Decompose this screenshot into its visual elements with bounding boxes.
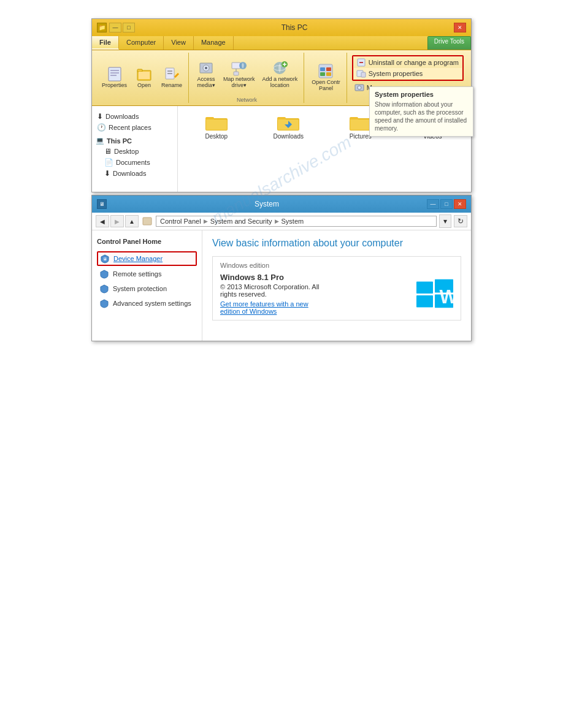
downloads-nav-icon: ⬇ [97, 112, 103, 121]
get-more-features-link[interactable]: Get more features with a new edition of … [220, 300, 407, 315]
downloads-tree-icon: ⬇ [104, 169, 110, 178]
refresh-button[interactable]: ↻ [454, 215, 467, 227]
svg-text:🖥: 🖥 [103, 257, 107, 261]
documents-nav-icon: 📄 [104, 158, 113, 167]
edition-content: Windows 8.1 Pro © 2013 Microsoft Corpora… [220, 273, 453, 315]
rename-label: Rename [161, 83, 182, 89]
remote-settings-nav-item[interactable]: Remote settings [97, 267, 197, 281]
svg-rect-13 [232, 63, 240, 69]
drive-tools-tab[interactable]: Drive Tools [427, 36, 471, 50]
system-window-title: System [107, 200, 427, 208]
remote-settings-label: Remote settings [113, 270, 161, 278]
network-items: Open Contr Panel [309, 53, 343, 102]
svg-point-12 [205, 67, 207, 69]
svg-rect-3 [110, 75, 117, 76]
svg-rect-43 [350, 119, 371, 130]
back-button[interactable]: ◀ [96, 215, 109, 227]
system-window-icon: 🖥 [97, 199, 107, 209]
address-bar: ◀ ▶ ▲ Control Panel ▶ System and Securit… [92, 213, 471, 230]
system-close-btn[interactable]: ✕ [454, 199, 466, 209]
forward-button[interactable]: ▶ [110, 215, 124, 227]
system-content: Control Panel Home 🖥 Device Manager [92, 230, 471, 341]
path-system: System [282, 218, 304, 225]
ribbon-item-rename[interactable]: Rename [159, 64, 185, 90]
ribbon-group-properties: Properties Open [96, 53, 189, 103]
nav-item-recent-places[interactable]: 🕐 Recent places [92, 122, 177, 133]
ribbon-item-map-network[interactable]: Map network drive▾ [221, 58, 258, 90]
advanced-settings-icon [99, 298, 109, 308]
location-items: Access media▾ [194, 53, 300, 96]
ribbon-group-system: Uninstall or change a program [348, 53, 467, 103]
path-control-panel: Control Panel [160, 218, 201, 225]
nav-item-documents[interactable]: 📄 Documents [92, 157, 177, 168]
svg-rect-5 [137, 69, 142, 72]
up-button[interactable]: ▲ [125, 215, 139, 227]
ribbon-item-access-media[interactable]: Access media▾ [194, 58, 218, 90]
edition-info: Windows 8.1 Pro © 2013 Microsoft Corpora… [220, 273, 407, 315]
tab-view[interactable]: View [164, 36, 194, 50]
minimize-button[interactable]: — [109, 23, 121, 32]
explorer-app-icon: 📁 [97, 23, 107, 32]
advanced-settings-nav-item[interactable]: Advanced system settings [97, 297, 197, 310]
svg-rect-50 [416, 281, 433, 294]
open-icon [136, 66, 153, 83]
nav-item-desktop[interactable]: 🖥 Desktop [92, 146, 177, 157]
svg-rect-26 [326, 72, 331, 76]
rename-icon [163, 66, 180, 83]
desktop-nav-icon: 🖥 [104, 147, 112, 156]
tab-file[interactable]: File [92, 36, 119, 50]
device-manager-nav-item[interactable]: 🖥 Device Manager [97, 251, 197, 266]
system-protection-nav-item[interactable]: System protection [97, 282, 197, 295]
device-manager-link[interactable]: Device Manager [113, 255, 163, 262]
edition-copyright: © 2013 Microsoft Corporation. All rights… [220, 283, 407, 298]
ribbon-item-open-control-panel[interactable]: Open Contr Panel [309, 61, 343, 93]
svg-rect-14 [234, 72, 239, 75]
tooltip-title: System properties [375, 91, 468, 98]
title-bar-left: 📁 — □ [97, 23, 135, 32]
open-label: Open [137, 83, 151, 89]
nav-item-downloads-tree[interactable]: ⬇ Downloads [92, 168, 177, 179]
path-arrow-1: ▶ [204, 218, 208, 224]
ribbon-group-location: Access media▾ [190, 53, 304, 103]
path-icon [141, 215, 153, 227]
windows-logo-svg: W [416, 279, 453, 309]
explorer-title: This PC [135, 23, 454, 32]
properties-icon [106, 66, 123, 83]
tab-manage[interactable]: Manage [194, 36, 234, 50]
ribbon-item-open[interactable]: Open [132, 64, 156, 90]
ribbon-item-add-network[interactable]: Add a network location [260, 58, 301, 90]
tab-computer[interactable]: Computer [119, 36, 164, 50]
svg-rect-0 [109, 67, 121, 81]
system-minimize-btn[interactable]: — [427, 199, 439, 209]
address-dropdown[interactable]: ▾ [439, 214, 451, 228]
this-pc-label: This PC [107, 137, 132, 145]
close-button[interactable]: ✕ [454, 23, 466, 32]
explorer-title-bar: 📁 — □ This PC ✕ [92, 19, 471, 36]
svg-rect-25 [320, 72, 325, 76]
svg-rect-2 [110, 72, 119, 74]
maximize-button[interactable]: □ [123, 23, 135, 32]
svg-text:W: W [440, 285, 454, 307]
ribbon-item-properties[interactable]: Properties [99, 64, 129, 90]
svg-rect-1 [110, 70, 119, 71]
nav-item-downloads[interactable]: ⬇ Downloads [92, 111, 177, 122]
system-nav-pane: Control Panel Home 🖥 Device Manager [92, 230, 202, 341]
system-maximize-btn[interactable]: □ [440, 199, 453, 209]
system-item-properties[interactable]: System properties [354, 68, 462, 79]
svg-rect-24 [326, 67, 331, 71]
system-protection-icon [99, 284, 109, 294]
address-path[interactable]: Control Panel ▶ System and Security ▶ Sy… [156, 216, 437, 227]
map-network-label: Map network drive▾ [223, 77, 255, 89]
control-panel-icon [317, 63, 334, 80]
edition-name: Windows 8.1 Pro [220, 273, 407, 282]
access-media-icon [197, 59, 215, 77]
system-item-uninstall[interactable]: Uninstall or change a program [354, 57, 462, 68]
nav-group-this-pc[interactable]: 💻 This PC [92, 135, 177, 146]
file-item-desktop[interactable]: Desktop [183, 111, 250, 142]
location-group-label: Network [237, 97, 257, 103]
ribbon-group-network: Open Contr Panel [305, 53, 347, 103]
file-item-downloads[interactable]: Downloads [255, 111, 323, 142]
system-main: View basic information about your comput… [202, 230, 471, 341]
svg-rect-48 [143, 218, 151, 225]
properties-items: Properties Open [99, 53, 185, 102]
